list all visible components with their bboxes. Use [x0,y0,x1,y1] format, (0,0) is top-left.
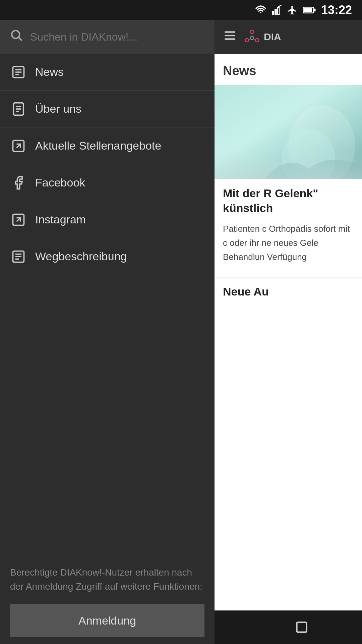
wegbeschreibung-icon [10,248,27,265]
svg-line-3 [278,5,282,7]
uber-uns-icon [10,101,27,117]
svg-point-30 [255,39,259,42]
wifi-icon [255,5,266,15]
status-icons: 13:22 [255,3,352,17]
status-bar: 13:22 [0,0,362,20]
sidebar-item-wegbeschreibung[interactable]: Wegbeschreibung [0,238,215,275]
main-layout: News Über uns [0,20,362,644]
news-icon [10,64,27,80]
facebook-icon [10,174,27,191]
info-text: Berechtigte DIAKnow!-Nutzer erhalten nac… [10,566,204,594]
nav-items: News Über uns [0,54,215,552]
svg-rect-39 [297,622,306,632]
article-headline-2: Neue Au [215,285,362,298]
content-topbar: DIA [215,20,362,54]
hamburger-icon[interactable] [223,29,237,46]
facebook-label: Facebook [35,176,85,189]
sidebar: News Über uns [0,20,215,644]
svg-rect-0 [272,11,274,15]
sidebar-item-instagram[interactable]: Instagram [0,201,215,238]
uber-uns-label: Über uns [35,102,81,115]
svg-rect-6 [314,9,316,12]
brand-text: DIA [264,31,281,43]
stellenangebote-label: Aktuelle Stellenangebote [35,139,161,152]
info-section: Berechtigte DIAKnow!-Nutzer erhalten nac… [0,552,215,644]
content-news-title: News [223,64,256,78]
anmeldung-button[interactable]: Anmeldung [10,604,204,637]
svg-point-7 [12,31,19,38]
sidebar-item-facebook[interactable]: Facebook [0,164,215,201]
status-time: 13:22 [321,3,352,17]
svg-rect-5 [304,8,312,12]
svg-rect-1 [275,9,277,14]
wegbeschreibung-label: Wegbeschreibung [35,250,127,263]
airplane-icon [287,5,298,15]
svg-point-28 [250,30,254,34]
sidebar-item-stellenangebote[interactable]: Aktuelle Stellenangebote [0,127,215,164]
content-panel: DIA News [215,20,362,644]
article-paragraph: Patienten c Orthopädis sofort mit c oder… [223,222,354,264]
instagram-icon [10,211,27,228]
news-label: News [35,65,64,78]
signal-icon [271,5,282,15]
svg-point-29 [245,39,249,42]
search-input[interactable] [30,31,204,43]
svg-line-8 [19,37,22,40]
article-image [215,85,362,179]
article-headline: Mit der R Gelenk" künstlich [223,186,354,215]
search-icon [10,29,23,45]
recents-square-icon [294,620,309,635]
battery-icon [303,5,316,15]
content-news-title-section: News [215,54,362,85]
search-bar[interactable] [0,20,215,54]
sidebar-item-news[interactable]: News [0,54,215,91]
brand-logo: DIA [244,29,281,45]
article-body: Mit der R Gelenk" künstlich Patienten c … [215,179,362,271]
stellenangebote-icon [10,138,27,154]
recents-button[interactable] [288,617,315,637]
article-image-overlay [215,152,362,179]
svg-rect-2 [278,7,279,14]
sidebar-item-uber-uns[interactable]: Über uns [0,91,215,127]
content-divider [215,277,362,278]
brand-network-icon [244,29,260,45]
instagram-label: Instagram [35,213,86,226]
